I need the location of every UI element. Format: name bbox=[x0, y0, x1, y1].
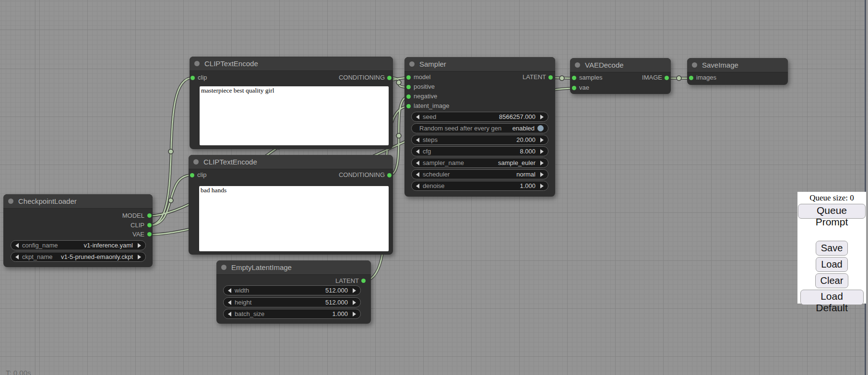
node-collapse-icon[interactable] bbox=[692, 62, 697, 68]
input-label: samples bbox=[579, 73, 602, 82]
decrement-arrow-icon[interactable] bbox=[228, 300, 231, 305]
node-title-bar[interactable]: CheckpointLoader bbox=[3, 194, 153, 209]
input-label: negative bbox=[414, 92, 437, 101]
increment-arrow-icon[interactable] bbox=[540, 172, 544, 177]
input-slot-dot[interactable] bbox=[406, 104, 411, 108]
decrement-arrow-icon[interactable] bbox=[416, 161, 419, 165]
decrement-arrow-icon[interactable] bbox=[416, 172, 419, 177]
widget-cfg[interactable]: cfg 8.000 bbox=[411, 146, 548, 156]
input-label: model bbox=[414, 72, 430, 82]
node-title-bar[interactable]: VAEDecode bbox=[570, 58, 671, 72]
node-title-bar[interactable]: EmptyLatentImage bbox=[216, 260, 371, 275]
decrement-arrow-icon[interactable] bbox=[15, 243, 19, 248]
increment-arrow-icon[interactable] bbox=[353, 300, 356, 305]
node-title-bar[interactable]: CLIPTextEncode bbox=[189, 155, 393, 169]
node-saveimage[interactable]: SaveImage images bbox=[687, 58, 788, 85]
node-collapse-icon[interactable] bbox=[194, 61, 200, 66]
load-button[interactable]: Load bbox=[816, 257, 848, 272]
output-slot-dot[interactable] bbox=[387, 76, 392, 80]
output-slot-dot[interactable] bbox=[147, 232, 152, 236]
load-default-button[interactable]: Load Default bbox=[800, 290, 864, 305]
output-label: CONDITIONING bbox=[339, 73, 385, 82]
output-slot-dot[interactable] bbox=[147, 213, 152, 218]
widget-value: 512.000 bbox=[325, 287, 348, 294]
node-title: Sampler bbox=[419, 60, 446, 68]
input-slot-dot[interactable] bbox=[689, 76, 693, 80]
input-slot-dot[interactable] bbox=[572, 76, 576, 80]
input-slot-dot[interactable] bbox=[406, 94, 411, 99]
node-cliptextencode-negative[interactable]: CLIPTextEncode clip CONDITIONING bad han… bbox=[189, 155, 393, 255]
prompt-textarea[interactable]: bad hands bbox=[199, 186, 389, 251]
increment-arrow-icon[interactable] bbox=[353, 288, 356, 293]
widget-denoise[interactable]: denoise 1.000 bbox=[411, 181, 548, 191]
input-slot-dot[interactable] bbox=[406, 85, 411, 89]
node-cliptextencode-positive[interactable]: CLIPTextEncode clip CONDITIONING masterp… bbox=[190, 57, 393, 149]
node-collapse-icon[interactable] bbox=[575, 62, 580, 68]
output-label: VAE bbox=[132, 230, 144, 239]
widget-ckpt-name[interactable]: ckpt_name v1-5-pruned-emaonly.ckpt bbox=[11, 252, 146, 262]
queue-size-label: Queue size: 0 bbox=[797, 192, 866, 203]
widget-random-seed-toggle[interactable]: Random seed after every gen enabled bbox=[411, 123, 548, 133]
node-emptylatentimage[interactable]: EmptyLatentImage LATENT width 512.000 he… bbox=[216, 260, 371, 324]
widget-label: height bbox=[235, 299, 251, 306]
widget-value: 20.000 bbox=[516, 136, 535, 143]
node-title: CLIPTextEncode bbox=[203, 158, 257, 166]
node-title-bar[interactable]: SaveImage bbox=[687, 58, 788, 72]
node-collapse-icon[interactable] bbox=[193, 159, 199, 164]
node-collapse-icon[interactable] bbox=[409, 61, 415, 67]
widget-label: scheduler bbox=[423, 171, 450, 178]
decrement-arrow-icon[interactable] bbox=[416, 138, 419, 142]
input-label: latent_image bbox=[414, 101, 449, 111]
decrement-arrow-icon[interactable] bbox=[416, 149, 419, 154]
widget-scheduler[interactable]: scheduler normal bbox=[411, 169, 548, 179]
increment-arrow-icon[interactable] bbox=[540, 115, 544, 119]
input-slot-dot[interactable] bbox=[190, 173, 194, 177]
widget-label: steps bbox=[423, 136, 438, 143]
node-title: VAEDecode bbox=[585, 61, 624, 69]
input-slot-dot[interactable] bbox=[572, 86, 576, 90]
widget-width[interactable]: width 512.000 bbox=[223, 285, 361, 295]
queue-prompt-button[interactable]: Queue Prompt bbox=[798, 204, 866, 219]
widget-sampler-name[interactable]: sampler_name sample_euler bbox=[411, 158, 548, 168]
decrement-arrow-icon[interactable] bbox=[228, 312, 231, 316]
increment-arrow-icon[interactable] bbox=[540, 184, 544, 188]
node-sampler[interactable]: Sampler model positive negative latent_i… bbox=[404, 57, 555, 197]
node-vaedecode[interactable]: VAEDecode samples vae IMAGE bbox=[570, 58, 671, 94]
increment-arrow-icon[interactable] bbox=[353, 312, 356, 316]
decrement-arrow-icon[interactable] bbox=[416, 115, 419, 119]
widget-steps[interactable]: steps 20.000 bbox=[411, 135, 548, 145]
widget-height[interactable]: height 512.000 bbox=[223, 297, 361, 307]
node-title: CLIPTextEncode bbox=[204, 59, 258, 68]
increment-arrow-icon[interactable] bbox=[138, 243, 141, 248]
node-checkpointloader[interactable]: CheckpointLoader MODEL CLIP VAE config_n… bbox=[3, 194, 153, 267]
widget-batch-size[interactable]: batch_size 1.000 bbox=[223, 309, 361, 319]
input-slot-dot[interactable] bbox=[190, 76, 195, 80]
output-slot-dot[interactable] bbox=[665, 76, 669, 80]
decrement-arrow-icon[interactable] bbox=[15, 255, 19, 259]
input-slot-dot[interactable] bbox=[406, 75, 411, 80]
decrement-arrow-icon[interactable] bbox=[416, 184, 419, 188]
output-slot-dot[interactable] bbox=[548, 75, 553, 80]
node-collapse-icon[interactable] bbox=[221, 265, 226, 270]
canvas-edge-strip bbox=[866, 0, 868, 375]
output-slot-dot[interactable] bbox=[147, 223, 152, 227]
clear-button[interactable]: Clear bbox=[815, 273, 849, 288]
widget-label: cfg bbox=[423, 148, 431, 155]
toggle-icon[interactable] bbox=[537, 125, 544, 131]
node-title-bar[interactable]: CLIPTextEncode bbox=[190, 57, 393, 71]
increment-arrow-icon[interactable] bbox=[540, 161, 544, 165]
increment-arrow-icon[interactable] bbox=[540, 138, 544, 142]
widget-seed[interactable]: seed 8566257.000 bbox=[411, 112, 548, 122]
save-button[interactable]: Save bbox=[816, 241, 848, 256]
output-slot-dot[interactable] bbox=[361, 279, 366, 283]
output-slot-dot[interactable] bbox=[387, 173, 392, 177]
input-label: clip bbox=[197, 170, 207, 180]
decrement-arrow-icon[interactable] bbox=[228, 288, 231, 293]
widget-config-name[interactable]: config_name v1-inference.yaml bbox=[11, 240, 146, 250]
node-collapse-icon[interactable] bbox=[8, 199, 13, 204]
node-title-bar[interactable]: Sampler bbox=[404, 57, 555, 71]
increment-arrow-icon[interactable] bbox=[138, 255, 141, 259]
prompt-textarea[interactable]: masterpiece best quality girl bbox=[200, 86, 389, 145]
widget-value: 1.000 bbox=[520, 182, 535, 189]
increment-arrow-icon[interactable] bbox=[540, 149, 544, 154]
